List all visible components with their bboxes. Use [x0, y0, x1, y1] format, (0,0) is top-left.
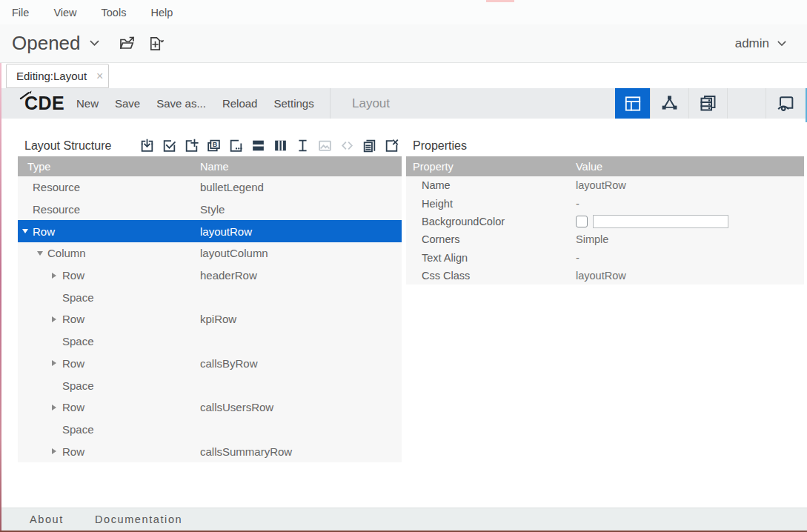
tree-row-kpiRow[interactable]: RowkpiRow [18, 308, 402, 330]
tree-row-space[interactable]: Space [18, 286, 402, 308]
backgroundcolor-input[interactable] [593, 215, 728, 228]
save-as-template-icon[interactable] [139, 138, 155, 153]
empty-icon [737, 94, 757, 113]
tree-row-name: layoutColumn [200, 247, 402, 259]
components-perspective-button[interactable] [650, 88, 688, 119]
window-left-edge [0, 63, 1, 532]
tree-row-type: Resource [33, 203, 80, 216]
apply-template-icon[interactable] [162, 138, 177, 153]
documentation-link[interactable]: Documentation [95, 513, 182, 525]
menubar: FileViewToolsHelp [0, 0, 807, 24]
tree-row-callsByRow[interactable]: RowcallsByRow [18, 353, 402, 375]
tree-row-bulletLegend[interactable]: ResourcebulletLegend [18, 176, 402, 199]
new-button[interactable]: New [76, 97, 99, 110]
perspective-title: Layout [352, 96, 390, 111]
components-icon [660, 93, 680, 113]
window-top-edge [486, 0, 514, 2]
footer: AboutDocumentation [0, 508, 807, 531]
perspective-buttons [615, 88, 804, 119]
opened-dropdown[interactable]: Opened [12, 32, 99, 55]
property-name: Height [406, 198, 576, 210]
tree-row-type: Row [62, 313, 84, 325]
save-as-button[interactable]: Save as... [156, 97, 206, 110]
layout-perspective-button[interactable] [615, 88, 650, 119]
add-bootstrap-panel-icon[interactable]: B [206, 138, 222, 153]
property-value[interactable]: layoutRow [576, 270, 626, 282]
add-row-icon[interactable] [250, 138, 266, 153]
properties-panel: Properties Property Value NamelayoutRowH… [406, 135, 804, 285]
tree-row-type: Row [33, 225, 55, 238]
expanded-arrow-icon[interactable] [37, 251, 47, 256]
tree-row-space[interactable]: Space [18, 419, 402, 441]
new-file-icon[interactable] [148, 36, 164, 52]
property-row-corners: CornersSimple [406, 230, 804, 248]
tree-row-callsUsersRow[interactable]: RowcallsUsersRow [18, 396, 402, 419]
tree-row-type: Space [62, 379, 94, 392]
add-code-icon [339, 138, 355, 153]
delete-icon[interactable] [384, 138, 399, 153]
add-freeform-icon[interactable] [228, 138, 244, 153]
tree-row-type: Row [62, 269, 84, 282]
property-name: Css Class [406, 270, 576, 282]
tree-row-callsSummaryRow[interactable]: RowcallsSummaryRow [18, 440, 402, 462]
property-name: Corners [406, 233, 576, 245]
datasources-icon [698, 93, 718, 113]
cde-toolbar: CDE NewSaveSave as...ReloadSettings Layo… [0, 88, 807, 119]
tree-row-headerRow[interactable]: RowheaderRow [18, 265, 402, 287]
toolbar-divider [330, 88, 331, 119]
reload-button[interactable]: Reload [222, 97, 258, 110]
chevron-down-icon [90, 40, 99, 47]
user-label: admin [735, 36, 769, 51]
menu-tools[interactable]: Tools [102, 7, 127, 19]
expanded-arrow-icon[interactable] [22, 229, 33, 233]
property-name: BackgroundColor [406, 216, 576, 227]
tree-row-type: Row [62, 445, 84, 458]
add-html-icon[interactable] [295, 138, 310, 153]
layout-structure-toolbar: B [139, 138, 402, 153]
layout-grid-header: Type Name [18, 156, 402, 176]
menu-view[interactable]: View [53, 7, 76, 19]
about-link[interactable]: About [30, 513, 64, 525]
tree-row-space[interactable]: Space [18, 374, 402, 396]
collapsed-arrow-icon[interactable] [52, 316, 62, 322]
property-row-css-class: Css ClasslayoutRow [406, 267, 804, 285]
duplicate-icon[interactable] [362, 138, 377, 153]
property-value-control [576, 215, 728, 228]
tree-row-type: Row [62, 401, 84, 413]
tree-row-type: Space [62, 423, 94, 436]
property-value[interactable]: layoutRow [576, 179, 626, 191]
collapsed-arrow-icon[interactable] [52, 405, 62, 410]
tree-row-space[interactable]: Space [18, 330, 402, 353]
add-columns-icon[interactable] [273, 138, 288, 153]
tree-row-layoutRow[interactable]: RowlayoutRow [18, 220, 402, 242]
collapsed-arrow-icon[interactable] [52, 360, 62, 366]
add-resource-icon[interactable] [184, 138, 199, 153]
property-value[interactable]: - [576, 198, 579, 210]
layout-tree: ResourcebulletLegendResourceStyleRowlayo… [18, 176, 402, 462]
toolbar-menu: NewSaveSave as...ReloadSettings [76, 88, 314, 119]
tab-bar: Editing:Layout × [0, 63, 807, 88]
tree-row-Style[interactable]: ResourceStyle [18, 199, 402, 221]
menu-file[interactable]: File [12, 7, 29, 19]
collapsed-arrow-icon[interactable] [52, 448, 62, 454]
menu-help[interactable]: Help [150, 7, 173, 19]
preview-icon [775, 93, 796, 114]
property-value[interactable]: Simple [576, 233, 608, 245]
backgroundcolor-checkbox[interactable] [576, 216, 588, 227]
settings-button[interactable]: Settings [273, 97, 313, 110]
property-name: Name [406, 179, 576, 191]
open-folder-icon[interactable] [119, 35, 136, 53]
tree-row-layoutColumn[interactable]: ColumnlayoutColumn [18, 242, 402, 265]
close-icon[interactable]: × [96, 70, 103, 82]
collapsed-arrow-icon[interactable] [52, 273, 62, 279]
tree-row-name: headerRow [200, 269, 402, 282]
tree-row-name: callsSummaryRow [200, 445, 402, 458]
property-value[interactable]: - [576, 252, 579, 264]
user-menu[interactable]: admin [735, 36, 786, 51]
datasources-perspective-button[interactable] [688, 88, 727, 119]
tab-editing-layout[interactable]: Editing:Layout × [6, 64, 109, 88]
preview-perspective-button[interactable] [766, 88, 804, 119]
save-button[interactable]: Save [115, 97, 140, 110]
tree-row-type: Space [62, 335, 94, 348]
property-row-text-align: Text Align- [406, 249, 804, 267]
